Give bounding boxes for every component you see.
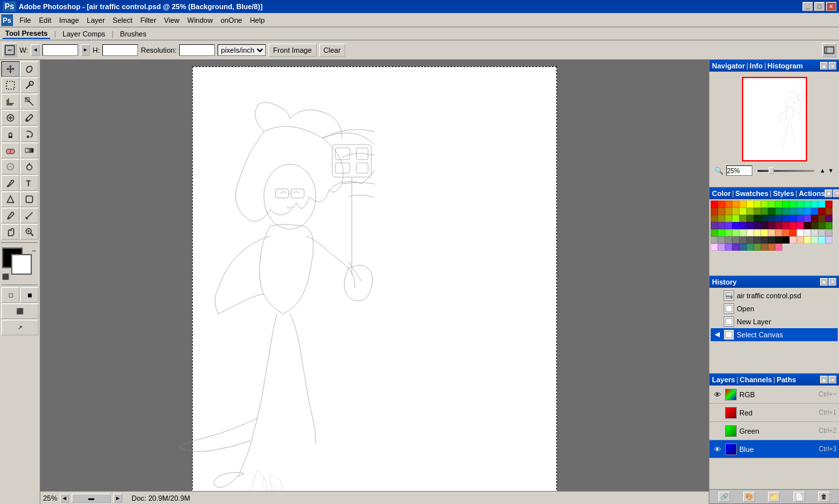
color-swatch-91[interactable]	[754, 236, 761, 244]
layers-close-btn[interactable]: ×	[829, 376, 836, 384]
menu-onone[interactable]: onOne	[217, 15, 246, 25]
color-swatch-64[interactable]	[804, 222, 811, 229]
menu-help[interactable]: Help	[246, 15, 269, 25]
color-swatch-105[interactable]	[732, 244, 739, 251]
channel-item-0[interactable]: 👁RGBCtrl+~	[709, 385, 839, 404]
color-swatch-77[interactable]	[775, 229, 782, 236]
color-swatch-69[interactable]	[718, 229, 725, 236]
dodge-tool[interactable]	[20, 159, 38, 175]
width-input[interactable]	[42, 44, 78, 56]
color-collapse-btn[interactable]: ▲	[825, 189, 832, 197]
color-swatch-49[interactable]	[818, 215, 825, 222]
menu-layer[interactable]: Layer	[83, 15, 109, 25]
heal-tool[interactable]	[1, 110, 20, 126]
color-swatch-26[interactable]	[775, 208, 782, 215]
channel-item-2[interactable]: GreenCtrl+2	[709, 422, 839, 440]
shape-tool[interactable]	[20, 191, 38, 207]
color-swatch-40[interactable]	[754, 215, 761, 222]
color-swatch-39[interactable]	[747, 215, 754, 222]
color-swatch-111[interactable]	[775, 244, 782, 251]
new-group-btn[interactable]: 📁	[768, 492, 780, 502]
color-swatch-31[interactable]	[811, 208, 818, 215]
color-swatch-92[interactable]	[761, 236, 768, 244]
color-swatch-100[interactable]	[818, 236, 825, 244]
navigator-close-btn[interactable]: ×	[829, 62, 836, 70]
tab-tool-presets[interactable]: Tool Presets	[3, 29, 50, 39]
channel-item-3[interactable]: 👁BlueCtrl+3	[709, 440, 839, 458]
color-swatch-21[interactable]	[739, 208, 747, 215]
switch-colors-icon[interactable]: ↔	[31, 247, 37, 254]
channel-visibility-2[interactable]	[712, 426, 722, 436]
color-swatch-84[interactable]	[825, 229, 832, 236]
layers-collapse-btn[interactable]: ▲	[820, 376, 828, 384]
navigator-panel-header[interactable]: Navigator | Info | Histogram ▲ ×	[709, 60, 839, 72]
close-button[interactable]: ×	[826, 2, 836, 11]
color-swatch-51[interactable]	[711, 222, 718, 229]
screen-mode-button[interactable]: ⬛	[1, 303, 38, 319]
color-swatch-95[interactable]	[782, 236, 789, 244]
color-swatch-46[interactable]	[797, 215, 804, 222]
zoom-slider-btn[interactable]: ▬	[72, 494, 111, 503]
color-swatch-43[interactable]	[775, 215, 782, 222]
history-brush-tool[interactable]	[20, 126, 38, 142]
color-swatch-1[interactable]	[718, 201, 725, 208]
crop-tool[interactable]	[1, 94, 20, 109]
nav-zoom-plus[interactable]: ▼	[828, 167, 834, 174]
color-swatch-80[interactable]	[797, 229, 804, 236]
color-swatch-3[interactable]	[732, 201, 739, 208]
color-swatch-4[interactable]	[739, 201, 747, 208]
color-swatch-86[interactable]	[718, 236, 725, 244]
color-swatch-0[interactable]	[711, 201, 718, 208]
color-swatch-33[interactable]	[825, 208, 832, 215]
navigator-tab[interactable]: Navigator	[712, 62, 745, 70]
color-swatch-50[interactable]	[825, 215, 832, 222]
color-swatch-96[interactable]	[789, 236, 797, 244]
path-selection-tool[interactable]	[1, 191, 20, 207]
styles-tab[interactable]: Styles	[773, 189, 794, 197]
color-swatch-52[interactable]	[718, 222, 725, 229]
color-swatch-109[interactable]	[761, 244, 768, 251]
color-swatch-17[interactable]	[711, 208, 718, 215]
color-swatch-25[interactable]	[768, 208, 775, 215]
color-swatch-28[interactable]	[789, 208, 797, 215]
layers-panel-header[interactable]: Layers | Channels | Paths ▲ ×	[709, 374, 839, 385]
color-panel-header[interactable]: Color | Swatches | Styles | Actions ▲ ×	[709, 188, 839, 199]
color-swatch-87[interactable]	[725, 236, 732, 244]
move-tool[interactable]	[1, 61, 20, 77]
color-swatch-108[interactable]	[754, 244, 761, 251]
menu-file[interactable]: File	[16, 15, 35, 25]
color-swatch-98[interactable]	[804, 236, 811, 244]
color-swatch-38[interactable]	[739, 215, 747, 222]
history-tab[interactable]: History	[712, 278, 737, 286]
menu-edit[interactable]: Edit	[35, 15, 55, 25]
clear-button[interactable]: Clear	[319, 44, 345, 57]
color-swatch-53[interactable]	[725, 222, 732, 229]
color-swatch-94[interactable]	[775, 236, 782, 244]
stamp-tool[interactable]	[1, 126, 20, 142]
color-swatch-90[interactable]	[747, 236, 754, 244]
new-fill-btn[interactable]: 🎨	[743, 492, 755, 502]
color-swatch-75[interactable]	[761, 229, 768, 236]
color-swatch-110[interactable]	[768, 244, 775, 251]
color-swatch-55[interactable]	[739, 222, 747, 229]
menu-filter[interactable]: Filter	[136, 15, 160, 25]
color-swatch-16[interactable]	[825, 201, 832, 208]
front-image-button[interactable]: Front Image	[268, 44, 316, 57]
color-swatch-36[interactable]	[725, 215, 732, 222]
text-tool[interactable]: T	[20, 175, 38, 191]
color-swatch-12[interactable]	[797, 201, 804, 208]
color-swatch-106[interactable]	[739, 244, 747, 251]
color-swatch-30[interactable]	[804, 208, 811, 215]
color-swatch-93[interactable]	[768, 236, 775, 244]
color-swatch-32[interactable]	[818, 208, 825, 215]
color-swatch-56[interactable]	[747, 222, 754, 229]
color-swatch-102[interactable]	[711, 244, 718, 251]
color-swatch-85[interactable]	[711, 236, 718, 244]
tab-brushes[interactable]: Brushes	[117, 29, 149, 38]
maximize-button[interactable]: □	[814, 2, 825, 11]
color-swatch-15[interactable]	[818, 201, 825, 208]
color-swatch-107[interactable]	[747, 244, 754, 251]
color-swatch-19[interactable]	[725, 208, 732, 215]
nav-zoom-minus[interactable]: ▲	[819, 167, 825, 174]
magic-wand-tool[interactable]	[20, 77, 38, 93]
